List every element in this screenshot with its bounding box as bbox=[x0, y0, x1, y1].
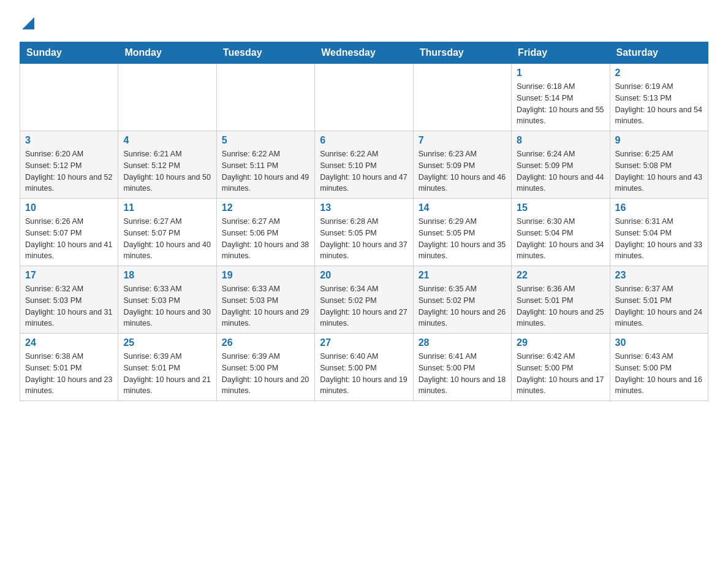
day-number: 17 bbox=[25, 270, 113, 281]
col-sunday: Sunday bbox=[20, 42, 118, 64]
calendar-cell: 10Sunrise: 6:26 AMSunset: 5:07 PMDayligh… bbox=[20, 199, 118, 266]
day-info: Sunrise: 6:33 AMSunset: 5:03 PMDaylight:… bbox=[123, 283, 211, 329]
day-info: Sunrise: 6:24 AMSunset: 5:09 PMDaylight:… bbox=[517, 148, 604, 194]
day-number: 16 bbox=[615, 202, 703, 213]
calendar-week-row: 1Sunrise: 6:18 AMSunset: 5:14 PMDaylight… bbox=[20, 64, 708, 131]
calendar-cell: 15Sunrise: 6:30 AMSunset: 5:04 PMDayligh… bbox=[512, 199, 610, 266]
day-info: Sunrise: 6:28 AMSunset: 5:05 PMDaylight:… bbox=[320, 216, 408, 262]
day-number: 1 bbox=[517, 67, 604, 79]
col-tuesday: Tuesday bbox=[216, 42, 314, 64]
col-thursday: Thursday bbox=[413, 42, 511, 64]
day-number: 11 bbox=[123, 202, 211, 213]
calendar-cell: 18Sunrise: 6:33 AMSunset: 5:03 PMDayligh… bbox=[118, 266, 216, 334]
calendar-cell: 28Sunrise: 6:41 AMSunset: 5:00 PMDayligh… bbox=[413, 334, 511, 401]
calendar-header-row: Sunday Monday Tuesday Wednesday Thursday… bbox=[20, 42, 708, 64]
day-info: Sunrise: 6:23 AMSunset: 5:09 PMDaylight:… bbox=[419, 148, 506, 194]
day-number: 22 bbox=[517, 270, 604, 281]
calendar-cell: 13Sunrise: 6:28 AMSunset: 5:05 PMDayligh… bbox=[315, 199, 413, 266]
calendar-cell: 23Sunrise: 6:37 AMSunset: 5:01 PMDayligh… bbox=[610, 266, 708, 334]
calendar-cell: 19Sunrise: 6:33 AMSunset: 5:03 PMDayligh… bbox=[216, 266, 314, 334]
day-info: Sunrise: 6:18 AMSunset: 5:14 PMDaylight:… bbox=[517, 81, 604, 127]
day-info: Sunrise: 6:43 AMSunset: 5:00 PMDaylight:… bbox=[615, 351, 703, 397]
calendar-week-row: 24Sunrise: 6:38 AMSunset: 5:01 PMDayligh… bbox=[20, 334, 708, 401]
day-number: 23 bbox=[615, 270, 703, 281]
day-number: 20 bbox=[320, 270, 408, 281]
calendar-cell: 8Sunrise: 6:24 AMSunset: 5:09 PMDaylight… bbox=[512, 131, 610, 199]
day-info: Sunrise: 6:22 AMSunset: 5:10 PMDaylight:… bbox=[320, 148, 408, 194]
day-info: Sunrise: 6:37 AMSunset: 5:01 PMDaylight:… bbox=[615, 283, 703, 329]
day-number: 3 bbox=[25, 135, 113, 146]
day-info: Sunrise: 6:33 AMSunset: 5:03 PMDaylight:… bbox=[222, 283, 309, 329]
calendar-cell: 30Sunrise: 6:43 AMSunset: 5:00 PMDayligh… bbox=[610, 334, 708, 401]
logo-triangle-icon bbox=[20, 15, 37, 32]
col-monday: Monday bbox=[118, 42, 216, 64]
day-number: 27 bbox=[320, 337, 408, 348]
calendar-cell: 21Sunrise: 6:35 AMSunset: 5:02 PMDayligh… bbox=[413, 266, 511, 334]
day-info: Sunrise: 6:20 AMSunset: 5:12 PMDaylight:… bbox=[25, 148, 113, 194]
day-info: Sunrise: 6:21 AMSunset: 5:12 PMDaylight:… bbox=[123, 148, 211, 194]
calendar-cell: 5Sunrise: 6:22 AMSunset: 5:11 PMDaylight… bbox=[216, 131, 314, 199]
day-number: 4 bbox=[123, 135, 211, 146]
day-info: Sunrise: 6:19 AMSunset: 5:13 PMDaylight:… bbox=[615, 81, 703, 127]
day-number: 6 bbox=[320, 135, 408, 146]
calendar-cell: 24Sunrise: 6:38 AMSunset: 5:01 PMDayligh… bbox=[20, 334, 118, 401]
calendar-table: Sunday Monday Tuesday Wednesday Thursday… bbox=[20, 42, 708, 401]
calendar-cell: 22Sunrise: 6:36 AMSunset: 5:01 PMDayligh… bbox=[512, 266, 610, 334]
day-info: Sunrise: 6:27 AMSunset: 5:07 PMDaylight:… bbox=[123, 216, 211, 262]
day-number: 5 bbox=[222, 135, 309, 146]
col-saturday: Saturday bbox=[610, 42, 708, 64]
day-number: 26 bbox=[222, 337, 309, 348]
calendar-cell: 16Sunrise: 6:31 AMSunset: 5:04 PMDayligh… bbox=[610, 199, 708, 266]
day-info: Sunrise: 6:22 AMSunset: 5:11 PMDaylight:… bbox=[222, 148, 309, 194]
calendar-cell bbox=[315, 64, 413, 131]
day-info: Sunrise: 6:39 AMSunset: 5:00 PMDaylight:… bbox=[222, 351, 309, 397]
day-info: Sunrise: 6:29 AMSunset: 5:05 PMDaylight:… bbox=[419, 216, 506, 262]
calendar-cell: 7Sunrise: 6:23 AMSunset: 5:09 PMDaylight… bbox=[413, 131, 511, 199]
calendar-week-row: 17Sunrise: 6:32 AMSunset: 5:03 PMDayligh… bbox=[20, 266, 708, 334]
calendar-cell: 6Sunrise: 6:22 AMSunset: 5:10 PMDaylight… bbox=[315, 131, 413, 199]
calendar-cell: 14Sunrise: 6:29 AMSunset: 5:05 PMDayligh… bbox=[413, 199, 511, 266]
calendar-cell: 4Sunrise: 6:21 AMSunset: 5:12 PMDaylight… bbox=[118, 131, 216, 199]
calendar-cell: 12Sunrise: 6:27 AMSunset: 5:06 PMDayligh… bbox=[216, 199, 314, 266]
calendar-cell: 3Sunrise: 6:20 AMSunset: 5:12 PMDaylight… bbox=[20, 131, 118, 199]
calendar-cell: 2Sunrise: 6:19 AMSunset: 5:13 PMDaylight… bbox=[610, 64, 708, 131]
day-number: 24 bbox=[25, 337, 113, 348]
day-info: Sunrise: 6:35 AMSunset: 5:02 PMDaylight:… bbox=[419, 283, 506, 329]
day-number: 25 bbox=[123, 337, 211, 348]
calendar-cell: 9Sunrise: 6:25 AMSunset: 5:08 PMDaylight… bbox=[610, 131, 708, 199]
calendar-cell bbox=[413, 64, 511, 131]
day-number: 19 bbox=[222, 270, 309, 281]
calendar-cell: 20Sunrise: 6:34 AMSunset: 5:02 PMDayligh… bbox=[315, 266, 413, 334]
day-number: 7 bbox=[419, 135, 506, 146]
page-header bbox=[20, 15, 708, 29]
calendar-cell: 1Sunrise: 6:18 AMSunset: 5:14 PMDaylight… bbox=[512, 64, 610, 131]
logo bbox=[20, 15, 37, 29]
day-info: Sunrise: 6:30 AMSunset: 5:04 PMDaylight:… bbox=[517, 216, 604, 262]
calendar-cell: 27Sunrise: 6:40 AMSunset: 5:00 PMDayligh… bbox=[315, 334, 413, 401]
day-info: Sunrise: 6:31 AMSunset: 5:04 PMDaylight:… bbox=[615, 216, 703, 262]
day-number: 2 bbox=[615, 67, 703, 79]
day-number: 28 bbox=[419, 337, 506, 348]
calendar-cell: 29Sunrise: 6:42 AMSunset: 5:00 PMDayligh… bbox=[512, 334, 610, 401]
calendar-cell: 11Sunrise: 6:27 AMSunset: 5:07 PMDayligh… bbox=[118, 199, 216, 266]
calendar-week-row: 10Sunrise: 6:26 AMSunset: 5:07 PMDayligh… bbox=[20, 199, 708, 266]
day-number: 18 bbox=[123, 270, 211, 281]
calendar-cell: 25Sunrise: 6:39 AMSunset: 5:01 PMDayligh… bbox=[118, 334, 216, 401]
day-info: Sunrise: 6:34 AMSunset: 5:02 PMDaylight:… bbox=[320, 283, 408, 329]
day-number: 15 bbox=[517, 202, 604, 213]
day-number: 21 bbox=[419, 270, 506, 281]
day-info: Sunrise: 6:39 AMSunset: 5:01 PMDaylight:… bbox=[123, 351, 211, 397]
day-info: Sunrise: 6:26 AMSunset: 5:07 PMDaylight:… bbox=[25, 216, 113, 262]
day-number: 10 bbox=[25, 202, 113, 213]
calendar-cell: 17Sunrise: 6:32 AMSunset: 5:03 PMDayligh… bbox=[20, 266, 118, 334]
calendar-cell bbox=[20, 64, 118, 131]
day-info: Sunrise: 6:25 AMSunset: 5:08 PMDaylight:… bbox=[615, 148, 703, 194]
calendar-cell bbox=[216, 64, 314, 131]
day-number: 12 bbox=[222, 202, 309, 213]
day-info: Sunrise: 6:40 AMSunset: 5:00 PMDaylight:… bbox=[320, 351, 408, 397]
day-number: 13 bbox=[320, 202, 408, 213]
day-info: Sunrise: 6:42 AMSunset: 5:00 PMDaylight:… bbox=[517, 351, 604, 397]
day-info: Sunrise: 6:38 AMSunset: 5:01 PMDaylight:… bbox=[25, 351, 113, 397]
day-number: 8 bbox=[517, 135, 604, 146]
calendar-cell: 26Sunrise: 6:39 AMSunset: 5:00 PMDayligh… bbox=[216, 334, 314, 401]
